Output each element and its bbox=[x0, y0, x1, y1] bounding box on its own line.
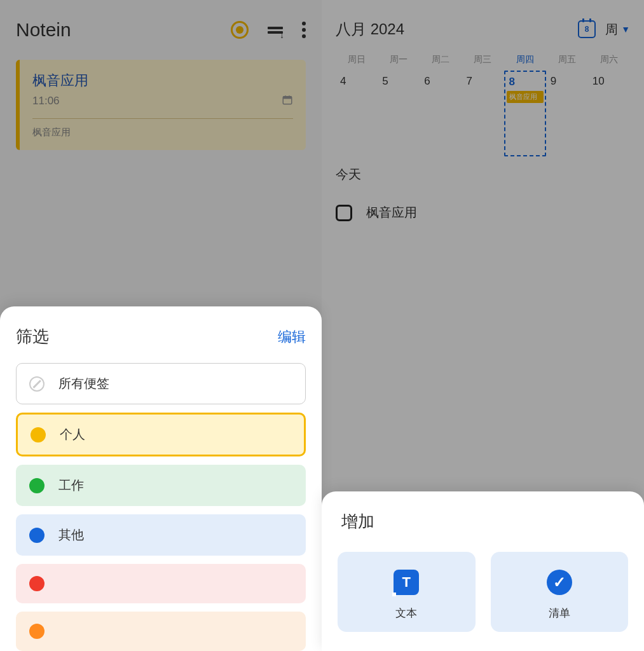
filter-label: 所有便签 bbox=[58, 375, 109, 392]
header-actions: ↓ bbox=[231, 21, 306, 39]
filter-label: 个人 bbox=[60, 426, 85, 443]
filter-sheet: 筛选 编辑 所有便签 个人 工作 其他 bbox=[0, 306, 322, 651]
filter-label: 工作 bbox=[58, 477, 84, 494]
note-body: 枫音应用 bbox=[32, 127, 293, 139]
add-list-button[interactable]: ✓ 清单 bbox=[491, 552, 629, 632]
filter-item-other[interactable]: 其他 bbox=[16, 514, 306, 556]
event-pill[interactable]: 枫音应用 bbox=[507, 91, 544, 103]
add-sheet: 增加 T 文本 ✓ 清单 bbox=[322, 491, 644, 651]
today-label: 今天 bbox=[322, 156, 644, 193]
record-icon[interactable] bbox=[231, 21, 249, 39]
calendar-header: 八月 2024 8 周 ▼ bbox=[322, 0, 644, 49]
prohibit-icon bbox=[29, 376, 45, 392]
filter-label: 其他 bbox=[58, 526, 84, 544]
sort-icon[interactable]: ↓ bbox=[268, 27, 283, 34]
calendar-icon bbox=[282, 94, 293, 108]
day-cell[interactable]: 7 bbox=[462, 71, 504, 156]
color-dot-personal bbox=[31, 427, 46, 442]
weekday-row: 周日 周一 周二 周三 周四 周五 周六 bbox=[336, 49, 630, 71]
weekday-sat: 周六 bbox=[588, 54, 630, 65]
add-list-label: 清单 bbox=[549, 606, 570, 620]
task-text: 枫音应用 bbox=[366, 204, 417, 221]
text-icon: T bbox=[392, 568, 420, 596]
color-dot-red bbox=[29, 576, 45, 591]
chevron-down-icon: ▼ bbox=[621, 24, 630, 34]
day-cell-selected[interactable]: 8 枫音应用 bbox=[504, 71, 546, 156]
view-selector[interactable]: 周 ▼ bbox=[605, 21, 630, 38]
day-row: 4 5 6 7 8 枫音应用 9 10 bbox=[336, 71, 630, 156]
note-title: 枫音应用 bbox=[32, 71, 293, 90]
color-dot-other bbox=[29, 528, 45, 543]
filter-list: 所有便签 个人 工作 其他 bbox=[16, 363, 306, 651]
color-dot-work bbox=[29, 478, 45, 493]
weekday-sun: 周日 bbox=[336, 54, 378, 65]
today-icon[interactable]: 8 bbox=[578, 20, 596, 38]
more-icon[interactable] bbox=[302, 22, 306, 38]
filter-item-red[interactable] bbox=[16, 564, 306, 603]
notes-header: Notein ↓ bbox=[0, 0, 322, 53]
app-title: Notein bbox=[16, 19, 231, 41]
divider bbox=[32, 118, 293, 119]
view-label: 周 bbox=[605, 21, 618, 38]
day-cell[interactable]: 5 bbox=[378, 71, 420, 156]
weekday-fri: 周五 bbox=[546, 54, 588, 65]
weekday-mon: 周一 bbox=[378, 54, 420, 65]
svg-rect-1 bbox=[283, 97, 292, 99]
filter-header: 筛选 编辑 bbox=[16, 326, 306, 348]
color-dot-orange bbox=[29, 624, 45, 639]
filter-title: 筛选 bbox=[16, 326, 49, 348]
add-buttons: T 文本 ✓ 清单 bbox=[338, 552, 628, 632]
day-cell[interactable]: 6 bbox=[420, 71, 462, 156]
edit-button[interactable]: 编辑 bbox=[278, 327, 306, 346]
weekday-wed: 周三 bbox=[462, 54, 504, 65]
filter-item-personal[interactable]: 个人 bbox=[16, 413, 306, 456]
filter-item-work[interactable]: 工作 bbox=[16, 465, 306, 506]
day-cell[interactable]: 4 bbox=[336, 71, 378, 156]
check-icon: ✓ bbox=[545, 568, 573, 596]
note-card[interactable]: 枫音应用 11:06 枫音应用 bbox=[16, 60, 306, 150]
task-checkbox[interactable] bbox=[336, 205, 352, 221]
weekday-thu: 周四 bbox=[504, 54, 546, 65]
filter-item-all[interactable]: 所有便签 bbox=[16, 363, 306, 404]
day-cell[interactable]: 10 bbox=[588, 71, 630, 156]
calendar-grid: 周日 周一 周二 周三 周四 周五 周六 4 5 6 7 8 枫音应用 9 10 bbox=[322, 49, 644, 156]
filter-item-orange[interactable] bbox=[16, 612, 306, 651]
weekday-tue: 周二 bbox=[420, 54, 462, 65]
day-cell[interactable]: 9 bbox=[546, 71, 588, 156]
task-row[interactable]: 枫音应用 bbox=[322, 193, 644, 233]
add-text-button[interactable]: T 文本 bbox=[338, 552, 476, 632]
add-title: 增加 bbox=[338, 511, 628, 533]
add-text-label: 文本 bbox=[395, 606, 417, 620]
note-time: 11:06 bbox=[32, 95, 60, 107]
month-title: 八月 2024 bbox=[336, 19, 404, 39]
